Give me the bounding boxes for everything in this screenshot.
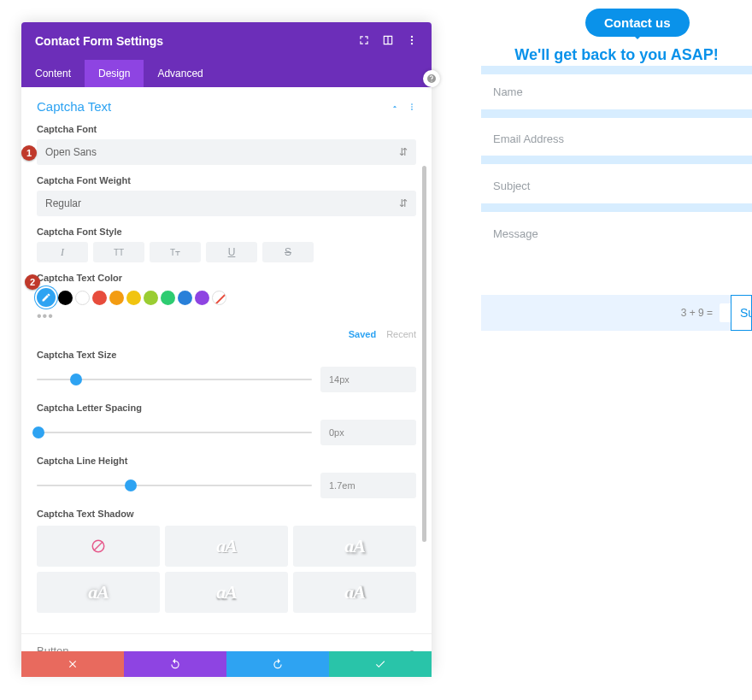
lineheight-label: Captcha Line Height xyxy=(37,456,416,466)
swatch-purple[interactable] xyxy=(195,291,209,305)
swatch-transparent[interactable] xyxy=(212,291,226,305)
tab-bar: Content Design Advanced xyxy=(21,60,432,87)
field-bar xyxy=(481,156,752,164)
swatch-lightgreen[interactable] xyxy=(144,291,158,305)
message-field-placeholder[interactable]: Message xyxy=(493,227,752,240)
swatch-orange[interactable] xyxy=(109,291,124,305)
svg-point-1 xyxy=(411,38,413,40)
shadow-preset-2[interactable]: aA xyxy=(293,526,416,567)
captcha-weight-select[interactable]: Regular⇵ xyxy=(37,191,416,216)
shadow-label: Captcha Text Shadow xyxy=(37,509,416,519)
chevron-updown-icon: ⇵ xyxy=(399,146,408,158)
chevron-updown-icon: ⇵ xyxy=(399,197,408,209)
svg-point-3 xyxy=(411,103,413,105)
more-icon[interactable] xyxy=(406,34,418,49)
cancel-button[interactable] xyxy=(21,651,124,677)
settings-panel: Contact Form Settings Content Design Adv… xyxy=(21,22,432,672)
font-label: Captcha Font xyxy=(37,124,416,134)
field-bar xyxy=(481,109,752,118)
shadow-preset-5[interactable]: aA xyxy=(293,572,416,613)
style-strikethrough-button[interactable]: S xyxy=(262,242,314,262)
svg-point-4 xyxy=(411,106,413,108)
letterspacing-slider[interactable] xyxy=(37,432,312,433)
contact-us-bubble: Contact us xyxy=(585,9,690,37)
action-bar xyxy=(21,651,432,677)
chevron-up-icon[interactable] xyxy=(391,99,399,114)
color-label: Captcha Text Color xyxy=(37,273,416,283)
panel-title: Contact Form Settings xyxy=(35,34,163,48)
svg-point-0 xyxy=(411,35,413,37)
textsize-value[interactable]: 14px xyxy=(320,367,416,392)
stripe-decor xyxy=(481,66,752,74)
swatch-red[interactable] xyxy=(92,291,107,305)
captcha-font-select[interactable]: Open Sans⇵ xyxy=(37,139,416,165)
shadow-preset-3[interactable]: aA xyxy=(37,572,160,613)
headline-text: We'll get back to you ASAP! xyxy=(481,46,752,64)
section-captcha-text[interactable]: Captcha Text xyxy=(37,99,416,114)
style-label: Captcha Font Style xyxy=(37,226,416,237)
style-italic-button[interactable]: I xyxy=(37,242,88,262)
swatch-yellow[interactable] xyxy=(126,291,141,305)
shadow-preset-4[interactable]: aA xyxy=(165,572,288,613)
color-swatch-row xyxy=(37,288,416,307)
color-picker-swatch[interactable] xyxy=(37,288,56,307)
callout-1: 1 xyxy=(21,145,37,161)
swatch-green[interactable] xyxy=(161,291,175,305)
weight-label: Captcha Font Weight xyxy=(37,175,416,185)
scrollbar-thumb[interactable] xyxy=(422,166,426,542)
recent-colors-tab[interactable]: Recent xyxy=(386,329,416,339)
tab-content[interactable]: Content xyxy=(21,60,85,87)
subject-field-placeholder[interactable]: Subject xyxy=(493,179,752,192)
swatch-blue[interactable] xyxy=(178,291,192,305)
help-icon[interactable] xyxy=(423,70,440,87)
save-button[interactable] xyxy=(329,651,432,677)
svg-point-2 xyxy=(411,42,413,44)
lineheight-slider[interactable] xyxy=(37,485,312,486)
style-smallcaps-button[interactable]: Tᴛ xyxy=(150,242,201,262)
panel-header: Contact Form Settings xyxy=(21,22,432,60)
more-colors-icon[interactable]: ••• xyxy=(37,309,416,324)
letterspacing-value[interactable]: 0px xyxy=(320,420,416,445)
field-bar xyxy=(481,203,752,212)
submit-button-partial[interactable]: Su xyxy=(731,295,752,331)
more-icon[interactable] xyxy=(408,99,416,114)
textsize-label: Captcha Text Size xyxy=(37,350,416,360)
svg-point-5 xyxy=(411,109,413,110)
letterspacing-label: Captcha Letter Spacing xyxy=(37,403,416,413)
redo-button[interactable] xyxy=(226,651,329,677)
callout-2: 2 xyxy=(25,274,40,290)
expand-icon[interactable] xyxy=(358,34,370,49)
saved-colors-tab[interactable]: Saved xyxy=(349,329,376,339)
undo-button[interactable] xyxy=(124,651,226,677)
lineheight-value[interactable]: 1.7em xyxy=(320,473,416,498)
style-underline-button[interactable]: U xyxy=(206,242,257,262)
textsize-slider[interactable] xyxy=(37,379,312,380)
name-field-placeholder[interactable]: Name xyxy=(493,85,752,98)
style-uppercase-button[interactable]: TT xyxy=(93,242,144,262)
swatch-white[interactable] xyxy=(75,291,90,305)
shadow-preset-1[interactable]: aA xyxy=(165,526,288,567)
tab-advanced[interactable]: Advanced xyxy=(144,60,216,87)
layout-icon[interactable] xyxy=(382,34,394,49)
shadow-none-button[interactable] xyxy=(37,526,160,567)
tab-design[interactable]: Design xyxy=(85,60,144,87)
email-field-placeholder[interactable]: Email Address xyxy=(493,132,752,145)
captcha-display[interactable]: 3 + 9 = xyxy=(481,295,752,331)
swatch-black[interactable] xyxy=(58,291,73,305)
svg-line-7 xyxy=(94,542,103,551)
